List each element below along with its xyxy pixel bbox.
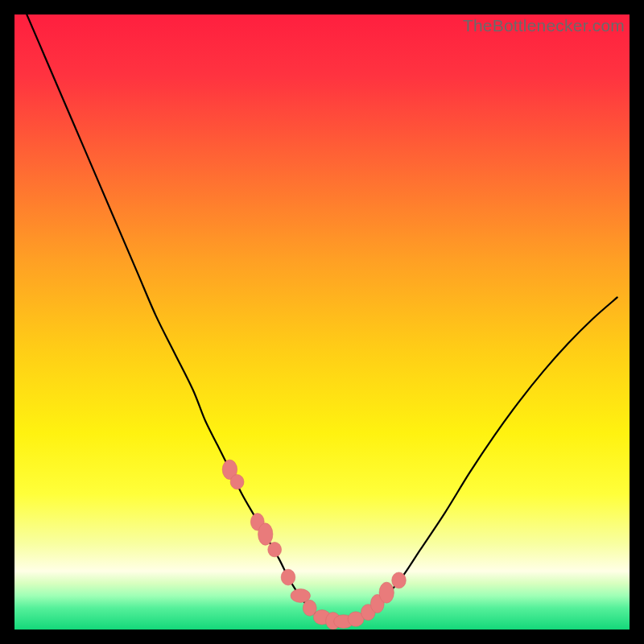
bottleneck-chart bbox=[14, 14, 630, 630]
gradient-background bbox=[14, 14, 630, 630]
curve-marker bbox=[268, 543, 282, 557]
curve-marker bbox=[230, 474, 244, 489]
chart-frame: TheBottlenecker.com bbox=[14, 14, 630, 630]
curve-marker bbox=[281, 569, 295, 585]
watermark-text: TheBottlenecker.com bbox=[463, 16, 625, 35]
curve-marker bbox=[392, 572, 407, 588]
curve-marker bbox=[258, 523, 273, 546]
curve-marker bbox=[379, 582, 394, 603]
